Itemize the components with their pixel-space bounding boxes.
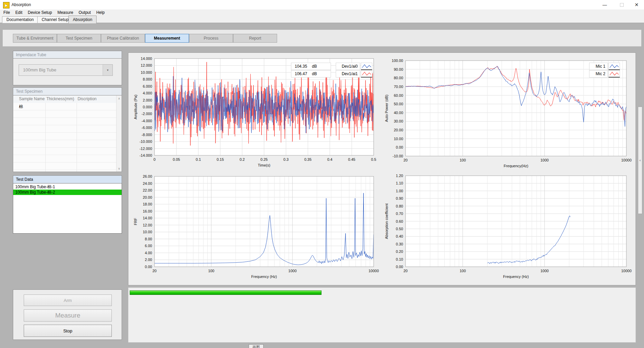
subtab-process[interactable]: Process [189,34,233,43]
measure-button[interactable]: Measure [24,309,112,322]
menu-bar: File Edit Device Setup Measure Output He… [0,9,644,16]
sample-name-cell: 棉 [19,104,23,110]
svg-text:1.10: 1.10 [396,181,403,185]
tube-select-dropdown[interactable]: 100mm Big Tube ▼ [19,64,113,76]
bottom-panel [128,287,636,343]
menu-item-measure[interactable]: Measure [55,9,76,16]
svg-text:30.00: 30.00 [394,119,403,123]
svg-text:40.00: 40.00 [394,111,403,115]
svg-text:100: 100 [460,158,466,162]
svg-text:4.000: 4.000 [143,91,152,95]
sub-tab-bar: Tube & Environment Test Specimen Phase C… [3,30,641,46]
subtab-tube-environment[interactable]: Tube & Environment [13,34,57,43]
svg-text:10000: 10000 [369,269,379,273]
svg-text:80.00: 80.00 [394,76,403,80]
svg-text:10.000: 10.000 [141,70,152,74]
dropdown-arrow-icon[interactable]: ▼ [103,65,112,75]
side-panel-expander[interactable]: ‹ [638,107,642,214]
legend-label-ai0: Dev1/ai0 [336,63,360,70]
svg-text:-12.000: -12.000 [140,147,152,151]
chevron-left-icon: ‹ [640,158,641,162]
tab-channel-setup[interactable]: Channel Setup [37,16,73,23]
tab-documentation[interactable]: Documentation [2,16,38,23]
svg-text:0.90: 0.90 [396,196,403,200]
arm-button[interactable]: Arm [24,295,112,306]
level-readout-ai0: 104.35 dB [291,63,331,70]
svg-text:2.000: 2.000 [143,98,152,102]
column-sample-name: Sample Name [19,96,45,101]
legend-label-mic1: Mic 1 [589,63,608,70]
svg-text:-4.000: -4.000 [142,119,152,123]
menu-item-edit[interactable]: Edit [13,9,25,16]
scroll-up-icon[interactable]: ∧ [117,96,122,101]
svg-text:10.00: 10.00 [143,230,152,234]
maximize-icon [620,3,624,7]
svg-text:FRF: FRF [133,218,138,225]
menu-item-device-setup[interactable]: Device Setup [25,9,55,16]
column-divider [45,103,46,172]
svg-text:1.00: 1.00 [396,189,403,193]
svg-text:10000: 10000 [621,269,632,273]
subtab-test-specimen[interactable]: Test Specimen [57,34,101,43]
tab-absorption[interactable]: Absorption [68,16,97,23]
svg-text:12.00: 12.00 [143,223,152,227]
progress-bar [130,290,321,295]
svg-text:0: 0 [153,157,155,161]
svg-text:0.00: 0.00 [396,265,403,269]
svg-text:Absorption coefficient: Absorption coefficient [385,203,389,239]
svg-text:-10.00: -10.00 [393,154,403,158]
svg-text:24.00: 24.00 [143,181,152,186]
svg-text:0.20: 0.20 [396,249,403,254]
svg-text:-8.000: -8.000 [142,133,152,137]
maximize-button[interactable] [616,0,627,9]
svg-text:0.35: 0.35 [304,157,311,161]
svg-text:0.10: 0.10 [396,257,403,261]
svg-text:1.20: 1.20 [396,174,403,178]
svg-text:0.60: 0.60 [396,219,403,223]
svg-text:1000: 1000 [540,158,548,162]
minimize-button[interactable]: — [599,0,610,9]
test-specimen-scrollbar[interactable]: ∧ ∨ [116,95,122,172]
readout-unit: dB [312,71,317,76]
legend-label-mic2: Mic 2 [589,70,608,78]
legend-line-icon [608,70,620,78]
svg-text:0.45: 0.45 [348,157,355,161]
chart-panel: -14.000-12.000-10.000-8.000-6.000-4.000-… [128,52,636,285]
svg-text:70.00: 70.00 [394,85,403,89]
svg-text:4.00: 4.00 [145,251,152,255]
list-item-selected[interactable]: 100mm Big Tube-棉-2 [13,190,122,195]
test-data-header: Test Data [13,175,122,183]
svg-text:0.3: 0.3 [284,157,289,161]
svg-text:20: 20 [403,269,408,273]
list-item[interactable]: 100mm Big Tube-棉-1 [13,184,122,190]
subtab-report[interactable]: Report [233,34,277,43]
svg-text:16.00: 16.00 [143,209,152,213]
svg-text:50.00: 50.00 [394,102,403,106]
scroll-down-icon[interactable]: ∨ [117,166,122,171]
svg-text:Frequency(Hz): Frequency(Hz) [504,164,528,168]
level-readout-ai1: 106.47 dB [291,70,331,78]
svg-text:6.00: 6.00 [145,244,152,248]
subtab-measurement[interactable]: Measurement [145,34,189,43]
menu-item-output[interactable]: Output [76,9,94,16]
close-button[interactable]: ✕ [631,0,642,9]
title-bar: ▶ Absorption — ✕ [0,0,644,10]
svg-text:10.00: 10.00 [394,137,403,141]
svg-text:1000: 1000 [288,269,296,273]
svg-text:22.00: 22.00 [143,188,152,192]
column-discription: Discription [78,96,97,101]
subtab-phase-calibration[interactable]: Phase Calibration [101,34,145,43]
menu-item-help[interactable]: Help [94,9,107,16]
table-row[interactable]: 棉 [13,103,117,110]
test-specimen-column-headers: Sample Name Thickness(mm) Discription [13,95,117,103]
menu-item-file[interactable]: File [1,9,13,16]
svg-text:10000: 10000 [621,158,632,162]
bottom-tab-draw[interactable]: 画图 [249,344,264,348]
stop-button[interactable]: Stop [24,325,112,337]
svg-text:0.00: 0.00 [145,265,152,269]
tube-select-value: 100mm Big Tube [19,65,103,75]
svg-text:-6.000: -6.000 [142,126,152,130]
svg-text:100: 100 [460,269,466,273]
test-specimen-table: Sample Name Thickness(mm) Discription 棉 … [13,95,122,172]
svg-text:Frequency (Hz): Frequency (Hz) [251,275,277,279]
